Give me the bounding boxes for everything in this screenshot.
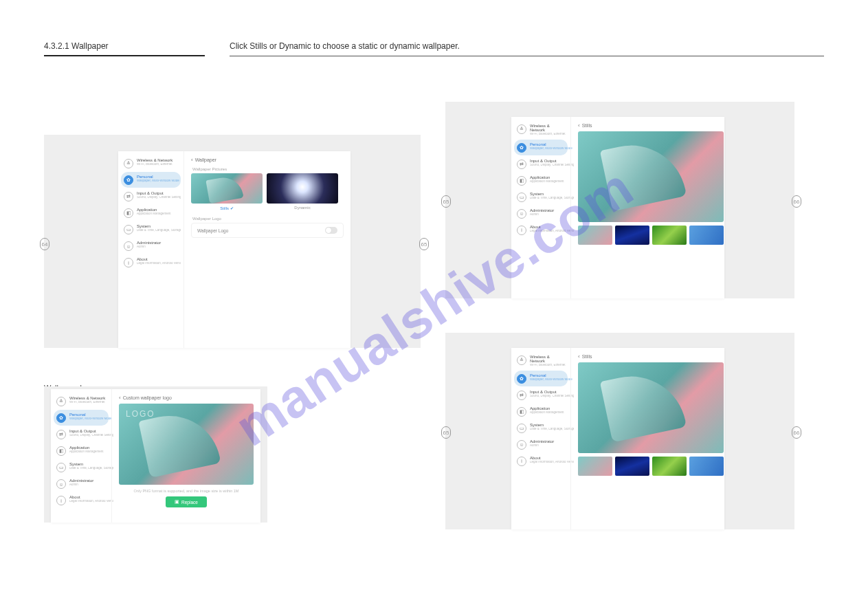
wallpaper-logo-label: Wallpaper Logo xyxy=(192,217,344,221)
sidebar-item-about[interactable]: iAboutLegal Information, Android Version xyxy=(514,222,568,238)
page-num-left-1: 64 xyxy=(40,238,49,250)
chevron-left-icon: ‹ xyxy=(191,157,193,163)
chevron-left-icon: ‹ xyxy=(578,122,580,129)
back-custom-logo[interactable]: ‹ Custom wallpaper logo xyxy=(119,395,254,401)
about-icon: i xyxy=(124,258,133,267)
chevron-left-icon: ‹ xyxy=(119,395,121,401)
stills-thumb-1[interactable] xyxy=(578,226,612,245)
page-num-right-2: 66 xyxy=(792,195,801,208)
sidebar-item-admin[interactable]: ☺ AdministratorAdmin xyxy=(121,238,181,254)
image-icon: ▣ xyxy=(175,499,179,505)
sidebar-item-personal[interactable]: ✿PersonalWallpaper, Multi-Window Mode xyxy=(514,140,568,155)
stills-thumb-2[interactable] xyxy=(615,457,649,476)
stills-thumb-4[interactable] xyxy=(689,457,724,476)
check-icon: ✔ xyxy=(230,206,234,210)
section-title-left: 4.3.2.1 Wallpaper xyxy=(44,41,205,56)
screenshot-stills-1: ≙Wireless & NetworkWi-Fi, Bluetooth, Eth… xyxy=(445,102,794,298)
sidebar-item-system[interactable]: ▭SystemDate & Time, Language, Storage xyxy=(54,459,109,475)
sidebar-item-admin[interactable]: ☺AdministratorAdmin xyxy=(514,437,568,452)
sidebar-item-application[interactable]: ◧ ApplicationApplication Management xyxy=(121,205,181,221)
settings-sidebar: ≙ Wireless & NetworkWi-Fi, Bluetooth, Et… xyxy=(118,151,183,348)
sidebar-item-wireless[interactable]: ≙Wireless & NetworkWi-Fi, Bluetooth, Eth… xyxy=(514,352,568,370)
sidebar-item-wireless[interactable]: ≙ Wireless & NetworkWi-Fi, Bluetooth, Et… xyxy=(121,155,181,171)
sidebar-item-about[interactable]: iAboutLegal Information, Android Version xyxy=(514,453,568,469)
sidebar-item-application[interactable]: ◧ApplicationApplication Management xyxy=(514,173,568,188)
screenshot-wallpaper: ≙ Wireless & NetworkWi-Fi, Bluetooth, Et… xyxy=(44,135,421,348)
page-num-right-1: 65 xyxy=(419,238,429,250)
sidebar-item-admin[interactable]: ☺AdministratorAdmin xyxy=(54,476,109,492)
app-icon: ◧ xyxy=(124,208,133,218)
back-stills[interactable]: ‹ Stills xyxy=(578,122,724,129)
stills-thumbnail xyxy=(191,173,263,204)
screenshot-stills-2: ≙Wireless & NetworkWi-Fi, Bluetooth, Eth… xyxy=(445,333,794,529)
chevron-left-icon: ‹ xyxy=(578,353,580,360)
sidebar-item-wireless[interactable]: ≙Wireless & NetworkWi-Fi, Bluetooth, Eth… xyxy=(54,393,109,409)
wallpaper-logo-row[interactable]: Wallpaper Logo xyxy=(191,223,344,238)
stills-thumb-2[interactable] xyxy=(615,226,649,245)
sidebar-item-io[interactable]: ⇄Input & OutputSound, Display, Channel S… xyxy=(514,156,568,172)
stills-thumb-4[interactable] xyxy=(689,226,724,245)
logo-placeholder-text: LOGO xyxy=(126,409,155,419)
sidebar-item-io[interactable]: ⇄Input & OutputSound, Display, Channel S… xyxy=(54,426,109,442)
personal-icon: ✿ xyxy=(124,175,133,185)
page-num-right-3: 66 xyxy=(792,426,801,439)
wallpaper-dynamic-card[interactable]: Dynamic xyxy=(267,173,338,212)
sidebar-item-io[interactable]: ⇄ Input & OutputSound, Display, Channel … xyxy=(121,188,181,204)
sidebar-item-system[interactable]: ▭ SystemDate & Time, Language, Storage xyxy=(121,221,181,237)
wallpaper-pictures-label: Wallpaper Pictures xyxy=(192,167,344,171)
stills-thumb-3[interactable] xyxy=(652,457,687,476)
sidebar-item-about[interactable]: i AboutLegal Information, Android Versio… xyxy=(121,254,181,270)
sidebar-item-admin[interactable]: ☺AdministratorAdmin xyxy=(514,206,568,221)
stills-preview xyxy=(578,131,724,222)
sidebar-item-personal[interactable]: ✿PersonalWallpaper, Multi-Window Mode xyxy=(54,410,109,426)
sidebar-item-application[interactable]: ◧ApplicationApplication Management xyxy=(54,443,109,459)
page-num-left-3: 65 xyxy=(441,426,451,439)
sidebar-item-system[interactable]: ▭SystemDate & Time, Language, Storage xyxy=(514,420,568,436)
io-icon: ⇄ xyxy=(124,192,133,201)
system-icon: ▭ xyxy=(124,225,133,234)
dynamic-thumbnail xyxy=(267,173,338,204)
screenshot-custom-logo: ≙Wireless & NetworkWi-Fi, Bluetooth, Eth… xyxy=(44,386,267,523)
wallpaper-stills-card[interactable]: Stills ✔ xyxy=(191,173,263,212)
sidebar-item-system[interactable]: ▭SystemDate & Time, Language, Storage xyxy=(514,189,568,205)
logo-preview: LOGO xyxy=(119,404,254,485)
sidebar-item-about[interactable]: iAboutLegal Information, Android Version xyxy=(54,492,109,508)
stills-preview xyxy=(578,362,724,453)
section-title-right: Click Stills or Dynamic to choose a stat… xyxy=(230,41,824,56)
sidebar-item-personal[interactable]: ✿ PersonalWallpaper, Multi-Window Mode xyxy=(121,172,181,188)
admin-icon: ☺ xyxy=(124,241,133,251)
back-wallpaper[interactable]: ‹ Wallpaper xyxy=(191,157,344,163)
logo-hint: Only PNG format is supported, and the im… xyxy=(119,489,254,493)
wallpaper-content: ‹ Wallpaper Wallpaper Pictures Stills ✔ … xyxy=(183,151,350,348)
back-stills[interactable]: ‹ Stills xyxy=(578,353,724,360)
replace-button[interactable]: ▣ Replace xyxy=(166,496,207,507)
sidebar-item-personal[interactable]: ✿PersonalWallpaper, Multi-Window Mode xyxy=(514,371,568,386)
sidebar-item-io[interactable]: ⇄Input & OutputSound, Display, Channel S… xyxy=(514,387,568,403)
logo-toggle[interactable] xyxy=(325,227,337,234)
stills-thumb-1[interactable] xyxy=(578,457,612,476)
stills-thumb-3[interactable] xyxy=(652,226,687,245)
sidebar-item-wireless[interactable]: ≙Wireless & NetworkWi-Fi, Bluetooth, Eth… xyxy=(514,121,568,139)
sidebar-item-application[interactable]: ◧ApplicationApplication Management xyxy=(514,404,568,419)
wifi-icon: ≙ xyxy=(124,159,133,168)
page-num-left-2: 65 xyxy=(441,195,451,208)
